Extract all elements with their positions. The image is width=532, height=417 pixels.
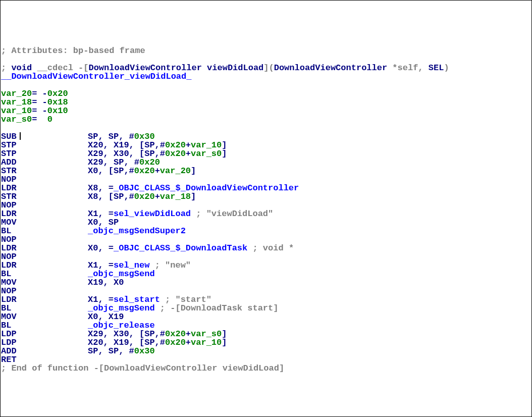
operand[interactable]: _OBJC_CLASS_$_DownloadTask	[114, 243, 247, 253]
mnemonic: SUB	[1, 132, 88, 141]
mnemonic: RET	[1, 355, 88, 364]
code-line[interactable]: STPX29, X30, [SP,#0x20+var_s0]	[1, 149, 531, 158]
comment-text: *self,	[387, 63, 429, 73]
code-line[interactable]: BL_objc_msgSend	[1, 270, 531, 278]
mnemonic: MOV	[1, 278, 88, 287]
operand: ; void *	[247, 243, 294, 253]
code-line[interactable]: NOP	[1, 287, 531, 295]
code-line[interactable]	[1, 38, 531, 46]
mnemonic: NOP	[1, 235, 88, 244]
code-line[interactable]: BL_objc_msgSend ; -[DownloadTask start]	[1, 304, 531, 312]
code-line[interactable]	[1, 55, 531, 64]
equals: =	[32, 115, 47, 124]
code-line[interactable]	[1, 81, 531, 89]
operand: SP, SP, #	[88, 346, 134, 356]
operand: var_10	[191, 338, 222, 347]
mnemonic: BL	[1, 227, 88, 235]
code-line[interactable]: LDRX1, =sel_new ; "new"	[1, 261, 531, 270]
end-of-function-comment: ; End of function -[DownloadViewControll…	[1, 363, 284, 373]
operand[interactable]: _objc_msgSendSuper2	[88, 226, 186, 236]
operand: 0x20	[165, 338, 186, 347]
operand: ]	[222, 338, 227, 347]
mnemonic: LDR	[1, 184, 88, 192]
code-line[interactable]: MOVX19, X0	[1, 278, 531, 287]
mnemonic: MOV	[1, 218, 88, 227]
code-line[interactable]: RET	[1, 355, 531, 364]
code-line[interactable]: __DownloadViewController_viewDidLoad_	[1, 72, 531, 81]
mnemonic: MOV	[1, 312, 88, 321]
mnemonic: STR	[1, 192, 88, 201]
code-line[interactable]: NOP	[1, 235, 531, 244]
code-line[interactable]: NOP	[1, 252, 531, 261]
mnemonic: LDP	[1, 330, 88, 338]
code-line[interactable]: var_s0= 0	[1, 115, 531, 124]
code-line[interactable]: MOVX0, SP	[1, 218, 531, 227]
mnemonic: STP	[1, 149, 88, 158]
operand: var_20	[160, 166, 191, 176]
code-line[interactable]: var_10= -0x10	[1, 107, 531, 115]
attributes-comment: ; Attributes: bp-based frame	[1, 46, 145, 56]
operand: ]	[191, 166, 196, 176]
mnemonic: STP	[1, 141, 88, 149]
function-label: __DownloadViewController_viewDidLoad_	[1, 72, 191, 81]
code-line[interactable]: LDRX1, =sel_start ; "start"	[1, 295, 531, 304]
mnemonic: LDR	[1, 295, 88, 304]
mnemonic: NOP	[1, 287, 88, 295]
code-line[interactable]: LDPX20, X19, [SP,#0x20+var_10]	[1, 338, 531, 347]
operand[interactable]: sel_viewDidLoad	[114, 209, 191, 219]
code-line[interactable]: BL_objc_release	[1, 321, 531, 330]
operand: X0, [SP,#	[88, 166, 134, 176]
code-line[interactable]: SUBSP, SP, #0x30	[1, 132, 531, 141]
operand: +	[155, 192, 160, 201]
operand: +	[186, 149, 191, 159]
code-line[interactable]: NOP	[1, 201, 531, 210]
comment-text: ](	[263, 63, 274, 73]
mnemonic: LDR	[1, 210, 88, 218]
code-line[interactable]: ADDX29, SP, #0x20	[1, 158, 531, 167]
operand: ; "new"	[149, 260, 191, 270]
operand: X8, [SP,#	[88, 192, 134, 201]
arg-type: SEL	[429, 63, 444, 73]
operand: var_18	[160, 192, 191, 201]
mnemonic: STR	[1, 167, 88, 175]
operand: 0x20	[134, 192, 155, 201]
code-line[interactable]: STRX8, [SP,#0x20+var_18]	[1, 192, 531, 201]
code-line[interactable]: ; void __cdecl -[DownloadViewController …	[1, 64, 531, 72]
operand: +	[186, 338, 191, 347]
operand: ; -[DownloadTask start]	[155, 303, 279, 313]
code-line[interactable]: BL_objc_msgSendSuper2	[1, 227, 531, 235]
operand: ]	[191, 192, 196, 201]
code-line[interactable]: LDRX8, =_OBJC_CLASS_$_DownloadViewContro…	[1, 184, 531, 192]
disassembly-listing: ; Attributes: bp-based frame ; void __cd…	[1, 38, 531, 373]
operand: ; "viewDidLoad"	[191, 209, 273, 219]
operand: X0, =	[88, 243, 114, 253]
operand: 0x30	[134, 346, 155, 356]
stack-offset: 0	[47, 115, 52, 124]
text-cursor	[20, 132, 21, 140]
comment-text: )	[444, 63, 449, 73]
code-line[interactable]: ; End of function -[DownloadViewControll…	[1, 364, 531, 373]
mnemonic: LDP	[1, 338, 88, 347]
code-line[interactable]: LDPX29, X30, [SP,#0x20+var_s0]	[1, 330, 531, 338]
operand: X19, X0	[88, 278, 124, 287]
mnemonic: ADD	[1, 347, 88, 355]
mnemonic: LDR	[1, 244, 88, 252]
mnemonic: LDR	[1, 261, 88, 270]
code-line[interactable]: LDRX1, =sel_viewDidLoad ; "viewDidLoad"	[1, 210, 531, 218]
code-line[interactable]: STPX20, X19, [SP,#0x20+var_10]	[1, 141, 531, 149]
code-line[interactable]: var_18= -0x18	[1, 98, 531, 107]
arg-type: DownloadViewController	[274, 63, 387, 73]
code-line[interactable]: ADDSP, SP, #0x30	[1, 347, 531, 355]
mnemonic: BL	[1, 321, 88, 330]
code-line[interactable]: NOP	[1, 175, 531, 184]
code-line[interactable]: STRX0, [SP,#0x20+var_20]	[1, 167, 531, 175]
code-line[interactable]: ; Attributes: bp-based frame	[1, 46, 531, 55]
code-line[interactable]: LDRX0, =_OBJC_CLASS_$_DownloadTask ; voi…	[1, 244, 531, 252]
code-line[interactable]: var_20= -0x20	[1, 89, 531, 98]
mnemonic: NOP	[1, 252, 88, 261]
code-line[interactable]: MOVX0, X19	[1, 312, 531, 321]
code-line[interactable]	[1, 124, 531, 132]
operand: +	[155, 166, 160, 176]
mnemonic: BL	[1, 270, 88, 278]
mnemonic: ADD	[1, 158, 88, 167]
